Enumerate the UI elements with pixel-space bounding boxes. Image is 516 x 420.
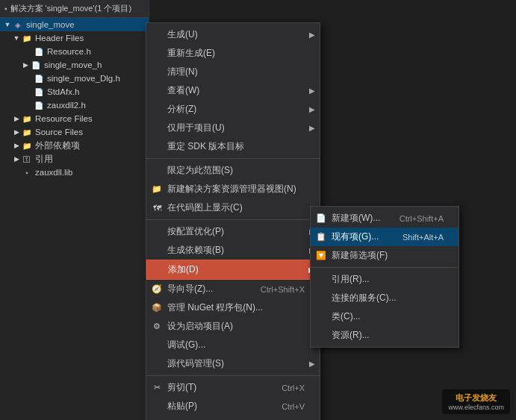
arrow-icon: ▼: [12, 34, 21, 42]
menu-item-label: 新建项(W)...: [332, 212, 380, 225]
gear-icon: ⚙: [151, 321, 163, 333]
menu-item-label: 生成依赖项(B): [167, 244, 224, 257]
tree-item-resource-files[interactable]: ▶ 📁 Resource Files: [0, 112, 149, 125]
menu-separator: [146, 219, 320, 220]
menu-item-label: 粘贴(P): [167, 400, 197, 413]
tree-item-single-move-h[interactable]: ▶ 📄 single_move_h: [0, 58, 149, 72]
tree-item-zauxdll-lib[interactable]: ▪ zauxdll.lib: [0, 166, 149, 179]
menu-item-label: 新建解决方案资源管理器视图(N): [167, 183, 296, 195]
menu-item-only-project[interactable]: 仅用于项目(U) ▶: [146, 119, 320, 137]
submenu-connected-services[interactable]: 连接的服务(C)...: [311, 289, 459, 307]
menu-item-label: 类(C)...: [332, 310, 361, 323]
nav-icon: 🧭: [151, 283, 163, 295]
menu-item-label: 仅用于项目(U): [167, 122, 225, 134]
folder-icon: 📁: [21, 32, 33, 44]
menu-item-label: 分析(Z): [167, 103, 196, 116]
menu-item-new-solution-view[interactable]: 📁 新建解决方案资源管理器视图(N): [146, 180, 320, 198]
menu-item-label: 按配置优化(P): [167, 225, 224, 238]
file-icon: 📄: [33, 99, 45, 111]
arrow-icon: ▶: [12, 142, 21, 149]
menu-item-view[interactable]: 查看(W) ▶: [146, 81, 320, 100]
file-icon: 📄: [33, 86, 45, 98]
tree-item-label: single_move_h: [44, 60, 102, 69]
nuget-icon: 📦: [151, 302, 163, 314]
menu-item-label: 管理 NuGet 程序包(N)...: [167, 301, 263, 314]
menu-item-source-control[interactable]: 源代码管理(S) ▶: [146, 354, 320, 373]
submenu-reference[interactable]: 引用(R)...: [311, 270, 459, 289]
tree-item-solution[interactable]: ▼ ◈ single_move: [0, 18, 149, 31]
solution-explorer-title: ▪ 解决方案 'single_move'(1 个项目): [0, 0, 149, 18]
menu-item-shortcut: Ctrl+Shift+X: [246, 285, 305, 294]
menu-item-reset-sdk[interactable]: 重定 SDK 版本目标: [146, 137, 320, 156]
tree-item-label: zauxdll2.h: [47, 101, 86, 110]
cut-icon: ✂: [151, 382, 163, 394]
tree-item-zauxdll2[interactable]: 📄 zauxdll2.h: [0, 98, 149, 112]
menu-item-optimize-config[interactable]: 按配置优化(P) ▶: [146, 222, 320, 241]
submenu-resource[interactable]: 资源(R)...: [311, 326, 459, 345]
file-icon: 📄: [30, 59, 42, 71]
solution-icon: ▪: [4, 4, 7, 13]
submenu-class[interactable]: 类(C)...: [311, 307, 459, 326]
menu-item-label: 连接的服务(C)...: [332, 292, 397, 304]
menu-item-debug[interactable]: 调试(G)...: [146, 336, 320, 354]
menu-separator: [311, 267, 459, 268]
menu-item-shortcut: Shift+Alt+A: [388, 233, 444, 242]
arrow-icon: ▶: [21, 61, 30, 69]
tree-item-stdafx[interactable]: 📄 StdAfx.h: [0, 85, 149, 98]
arrow-icon: ▶: [12, 128, 21, 136]
file-icon: 📄: [33, 72, 45, 84]
ref-icon: ⚿: [21, 153, 33, 165]
submenu-new-filter[interactable]: 🔽 新建筛选项(F): [311, 246, 459, 265]
menu-item-label: 引用(R)...: [332, 273, 370, 286]
tree-item-external-deps[interactable]: ▶ 📁 外部依赖项: [0, 139, 149, 152]
menu-item-label: 清理(N): [167, 66, 198, 78]
menu-item-label: 导向导(Z)...: [167, 283, 213, 295]
submenu-arrow-icon: ▶: [309, 31, 315, 39]
submenu-arrow-icon: ▶: [309, 105, 315, 113]
menu-item-analyze[interactable]: 分析(Z) ▶: [146, 100, 320, 119]
menu-item-paste[interactable]: 粘贴(P) Ctrl+V: [146, 397, 320, 416]
new-item-icon: 📄: [315, 213, 327, 225]
menu-item-show-code-map[interactable]: 🗺 在代码图上显示(C): [146, 198, 320, 217]
tree-item-reference[interactable]: ▶ ⚿ 引用: [0, 152, 149, 166]
map-icon: 🗺: [151, 202, 163, 214]
solution-title-text: 解决方案 'single_move'(1 个项目): [10, 3, 132, 14]
tree-item-resource-h[interactable]: 📄 Resource.h: [0, 45, 149, 58]
tree-item-label: Header Files: [35, 34, 84, 43]
tree-item-label: single_move_Dlg.h: [47, 74, 120, 83]
menu-separator: [146, 158, 320, 159]
menu-item-label: 源代码管理(S): [167, 357, 224, 370]
submenu-existing-item[interactable]: 📋 现有项(G)... Shift+Alt+A: [311, 228, 459, 246]
menu-item-nuget[interactable]: 📦 管理 NuGet 程序包(N)...: [146, 298, 320, 317]
menu-item-scope[interactable]: 限定为此范围(S): [146, 161, 320, 180]
arrow-icon: ▶: [12, 115, 21, 122]
folder-icon: 📁: [151, 184, 163, 195]
menu-item-label: 重定 SDK 版本目标: [167, 140, 244, 153]
menu-item-nav[interactable]: 🧭 导向导(Z)... Ctrl+Shift+X: [146, 280, 320, 298]
menu-item-build[interactable]: 生成(U) ▶: [146, 25, 320, 44]
tree-item-header-files[interactable]: ▼ 📁 Header Files: [0, 31, 149, 45]
file-icon: 📄: [33, 46, 45, 57]
menu-item-rebuild[interactable]: 重新生成(E): [146, 44, 320, 63]
menu-item-label: 新建筛选项(F): [332, 249, 388, 262]
existing-item-icon: 📋: [315, 231, 327, 243]
tree-item-single-move-dlg-h[interactable]: 📄 single_move_Dlg.h: [0, 72, 149, 85]
tree-item-label: Resource.h: [47, 47, 91, 56]
submenu-arrow-icon: ▶: [309, 87, 315, 95]
menu-item-cut[interactable]: ✂ 剪切(T) Ctrl+X: [146, 378, 320, 397]
menu-item-remove[interactable]: ✕ 移除(V) Del: [146, 416, 320, 420]
menu-item-label: 限定为此范围(S): [167, 164, 233, 177]
tree-item-source-files[interactable]: ▶ 📁 Source Files: [0, 125, 149, 139]
folder-icon: 📁: [21, 140, 33, 151]
menu-item-add[interactable]: 添加(D) ▶: [146, 260, 320, 280]
tree-item-label: StdAfx.h: [47, 87, 79, 96]
solution-file-icon: ◈: [12, 19, 24, 31]
submenu-new-item[interactable]: 📄 新建项(W)... Ctrl+Shift+A: [311, 209, 459, 228]
filter-icon: 🔽: [315, 250, 327, 262]
menu-item-build-deps[interactable]: 生成依赖项(B) ▶: [146, 241, 320, 260]
menu-item-clean[interactable]: 清理(N): [146, 63, 320, 81]
watermark-logo: 电子发烧友: [448, 392, 504, 404]
menu-item-label: 在代码图上显示(C): [167, 201, 243, 214]
menu-item-startup[interactable]: ⚙ 设为启动项目(A): [146, 317, 320, 336]
tree-item-label: 引用: [35, 154, 53, 165]
